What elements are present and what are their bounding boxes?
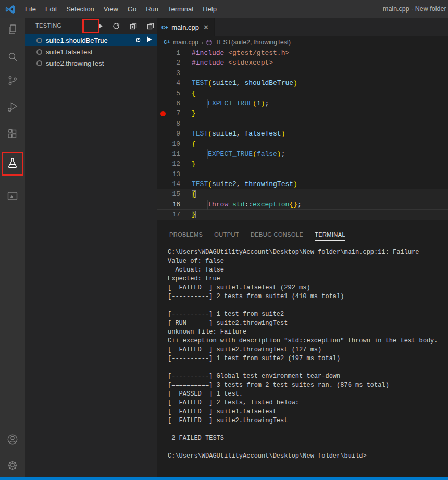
settings-gear-icon[interactable] <box>6 459 19 472</box>
code-text: throw std::exception{}; <box>192 201 302 208</box>
menu-run[interactable]: Run <box>141 0 163 18</box>
panel-tab-terminal[interactable]: TERMINAL <box>309 226 351 243</box>
code-line[interactable]: 11EXPECT_TRUE(false); <box>157 149 448 159</box>
indent-guide <box>192 99 208 108</box>
editor-tab-strip: C+ main.cpp ✕ <box>157 18 448 36</box>
debug-test-icon[interactable] <box>134 35 142 45</box>
testing-sidebar: TESTING suite1.shouldBeTruesuite1.falseT… <box>25 18 157 477</box>
menu-help[interactable]: Help <box>198 0 221 18</box>
menu-terminal[interactable]: Terminal <box>163 0 198 18</box>
line-number: 8 <box>157 119 180 129</box>
terminal-line: [ RUN ] suite2.throwingTest <box>168 319 447 328</box>
terminal-line: [----------] 1 test from suite2 (197 ms … <box>168 354 447 363</box>
refresh-tests-button[interactable] <box>110 20 122 32</box>
expand-all-button[interactable] <box>128 20 139 32</box>
cpp-file-icon: C+ <box>161 24 168 31</box>
run-and-debug-icon[interactable] <box>6 101 19 113</box>
panel-tab-debug-console[interactable]: DEBUG CONSOLE <box>245 226 309 243</box>
menu-file[interactable]: File <box>20 0 41 18</box>
code-line[interactable]: 13 <box>157 169 448 179</box>
terminal-line <box>168 425 447 434</box>
code-text: #include <stdexcept> <box>192 59 273 67</box>
terminal-line: [ FAILED ] 2 tests, listed below: <box>168 399 447 408</box>
test-item[interactable]: suite1.falseTest <box>25 46 157 57</box>
test-status-circle-icon <box>36 38 42 43</box>
code-text: } <box>192 160 196 168</box>
terminal-line: [----------] Global test environment tea… <box>168 372 447 381</box>
account-icon[interactable] <box>6 433 19 446</box>
window-title: main.cpp - New folder - <box>383 0 448 18</box>
line-number: 16 <box>157 200 180 210</box>
breadcrumb-symbol[interactable]: TEST(suite2, throwingTest) <box>215 39 291 46</box>
line-number: 1 <box>157 48 180 58</box>
terminal-line: C:\Users\WDAGUtilityAccount\Desktop\New … <box>168 452 447 461</box>
code-text: { <box>192 190 196 198</box>
test-item[interactable]: suite2.throwingTest <box>25 57 157 69</box>
code-line[interactable]: 2#include <stdexcept> <box>157 58 448 68</box>
line-number: 15 <box>157 189 180 199</box>
code-line[interactable]: 3 <box>157 68 448 78</box>
code-text: TEST(suite1, falseTest) <box>192 130 285 138</box>
code-line[interactable]: 15{ <box>157 189 448 199</box>
code-text: } <box>192 109 196 117</box>
code-line[interactable]: 9TEST(suite1, falseTest) <box>157 129 448 139</box>
annotation-box-refresh-button <box>82 19 99 33</box>
bottom-panel: PROBLEMSOUTPUTDEBUG CONSOLETERMINAL C:\U… <box>157 225 448 477</box>
panel-tab-problems[interactable]: PROBLEMS <box>164 226 208 243</box>
line-number: 5 <box>157 89 180 99</box>
terminal-line: [==========] 3 tests from 2 test suites … <box>168 381 447 390</box>
code-line[interactable]: 6EXPECT_TRUE(1); <box>157 99 448 108</box>
terminal-line: unknown file: Failure <box>168 328 447 337</box>
activity-bar <box>0 18 25 477</box>
terminal-line: [ PASSED ] 1 test. <box>168 390 447 399</box>
line-number: 17 <box>157 210 180 219</box>
code-line[interactable]: 16throw std::exception{}; <box>157 200 448 210</box>
code-line[interactable]: 10{ <box>157 139 448 149</box>
terminal-line: Value of: false <box>168 257 447 266</box>
code-area[interactable]: 1#include <gtest/gtest.h>2#include <stde… <box>157 48 448 220</box>
extensions-icon[interactable] <box>6 128 19 140</box>
line-number: 2 <box>157 58 180 68</box>
code-line[interactable]: 17} <box>157 210 448 219</box>
test-label: suite1.falseTest <box>46 48 93 56</box>
menu-go[interactable]: Go <box>123 0 141 18</box>
code-line[interactable]: 14TEST(suite2, throwingTest) <box>157 179 448 189</box>
code-line[interactable]: 5{ <box>157 89 448 99</box>
test-list: suite1.shouldBeTruesuite1.falseTestsuite… <box>25 34 157 69</box>
search-icon[interactable] <box>6 51 19 63</box>
code-line[interactable]: 4TEST(suite1, shouldBeTrue) <box>157 78 448 88</box>
code-line[interactable]: 1#include <gtest/gtest.h> <box>157 48 448 58</box>
line-number: 4 <box>157 78 180 88</box>
source-control-icon[interactable] <box>6 75 19 87</box>
terminal-line <box>168 443 447 452</box>
breadcrumb-file[interactable]: main.cpp <box>173 39 198 46</box>
tab-main-cpp[interactable]: C+ main.cpp ✕ <box>157 18 215 36</box>
menu-edit[interactable]: Edit <box>41 0 61 18</box>
terminal-line: C:\Users\WDAGUtilityAccount\Desktop\New … <box>168 248 447 257</box>
test-label: suite2.throwingTest <box>46 59 104 67</box>
vscode-logo-icon <box>5 4 16 15</box>
tab-close-icon[interactable]: ✕ <box>203 23 209 31</box>
terminal-line: [ FAILED ] suite1.falseTest <box>168 408 447 416</box>
line-number: 11 <box>157 149 180 159</box>
menu-view[interactable]: View <box>99 0 123 18</box>
menu-selection[interactable]: Selection <box>61 0 98 18</box>
breadcrumb[interactable]: C+ main.cpp › TEST(suite2, throwingTest) <box>157 36 448 48</box>
status-bar <box>0 477 448 480</box>
sidebar-title: TESTING <box>35 22 61 29</box>
code-line[interactable]: 8 <box>157 119 448 129</box>
run-test-icon[interactable] <box>145 35 153 45</box>
code-line[interactable]: 12} <box>157 159 448 169</box>
panel-preview-icon[interactable] <box>6 190 19 202</box>
code-text: #include <gtest/gtest.h> <box>192 49 289 57</box>
explorer-icon[interactable] <box>6 23 19 36</box>
panel-tab-output[interactable]: OUTPUT <box>208 226 245 243</box>
terminal-line: [----------] 1 test from suite2 <box>168 310 447 319</box>
code-line[interactable]: 7} <box>157 108 448 118</box>
symbol-cube-icon <box>206 39 213 46</box>
collapse-all-button[interactable] <box>145 20 156 32</box>
terminal-output[interactable]: C:\Users\WDAGUtilityAccount\Desktop\New … <box>168 248 447 461</box>
code-text: TEST(suite2, throwingTest) <box>192 180 297 188</box>
line-number: 3 <box>157 68 180 78</box>
test-item[interactable]: suite1.shouldBeTrue <box>25 34 157 46</box>
